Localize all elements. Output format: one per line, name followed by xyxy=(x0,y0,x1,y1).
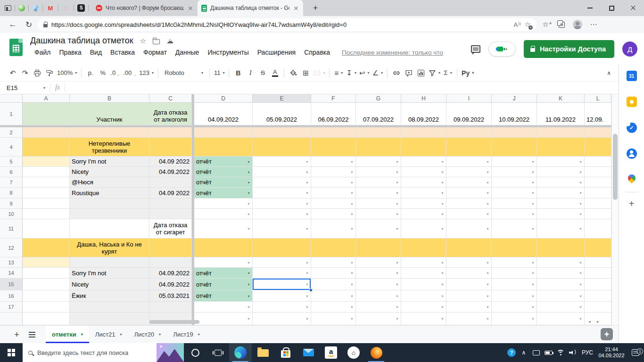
cell-J18[interactable]: ▼ xyxy=(492,313,537,325)
cell-dropdown-icon[interactable]: ▼ xyxy=(486,259,489,266)
cell-I6[interactable]: ▼ xyxy=(446,167,492,177)
cell-C1[interactable]: Дата отказаот алкоголя xyxy=(149,103,192,125)
cell-D6[interactable]: отчёт▼ xyxy=(194,167,253,177)
cell-dropdown-icon[interactable]: ▼ xyxy=(396,292,399,299)
close-window-button[interactable] xyxy=(622,0,644,16)
cell-A17[interactable] xyxy=(23,302,70,313)
cell-dropdown-icon[interactable]: ▼ xyxy=(305,210,309,217)
cell-dropdown-icon[interactable]: ▼ xyxy=(350,158,354,165)
cell-G8[interactable]: ▼ xyxy=(356,188,401,198)
cell-K8[interactable]: ▼ xyxy=(537,188,585,198)
cell-L1[interactable]: 12.09. xyxy=(585,103,611,125)
cell-I1[interactable]: 09.09.2022 xyxy=(446,103,492,125)
cell-L12[interactable] xyxy=(585,239,611,257)
toolbar-strikethrough-button[interactable]: S xyxy=(256,67,269,79)
row-header-partial[interactable] xyxy=(0,313,23,325)
cell-G6[interactable]: ▼ xyxy=(356,167,401,177)
cell-dropdown-icon[interactable]: ▼ xyxy=(441,179,444,186)
cell-F17[interactable]: ▼ xyxy=(311,302,356,313)
cell-F18[interactable]: ▼ xyxy=(311,313,356,325)
cell-D18[interactable]: ▼ xyxy=(194,313,253,325)
taskbar-app-orange[interactable] xyxy=(365,343,388,362)
cell-E18[interactable]: ▼ xyxy=(253,313,311,325)
cell-C16[interactable]: 05.03.2021 xyxy=(149,290,192,302)
comment-history-icon[interactable] xyxy=(471,45,480,53)
read-aloud-icon[interactable]: A)) xyxy=(514,21,521,28)
toolbar-font-size-button[interactable]: 11▾ xyxy=(213,67,226,79)
cell-dropdown-icon[interactable]: ▼ xyxy=(247,200,250,207)
browser-menu-icon[interactable]: ⋯ xyxy=(586,20,601,29)
collapse-toolbar-icon[interactable]: ∧ xyxy=(607,70,611,76)
meet-button[interactable]: ▾ xyxy=(488,41,516,57)
calendar-icon[interactable] xyxy=(627,71,637,81)
cell-A7[interactable] xyxy=(23,177,70,188)
cell-C6[interactable]: 04.09.2022 xyxy=(149,167,192,177)
cell-G14[interactable]: ▼ xyxy=(356,268,401,279)
cell-dropdown-icon[interactable]: ▼ xyxy=(579,210,582,217)
cell-dropdown-icon[interactable]: ▼ xyxy=(396,225,399,232)
column-header-F[interactable]: F xyxy=(311,94,356,103)
cell-H12[interactable] xyxy=(401,239,446,257)
search-highlights-art[interactable] xyxy=(157,343,184,362)
menu-item-3[interactable]: Вставка xyxy=(106,47,139,58)
cell-dropdown-icon[interactable]: ▼ xyxy=(486,270,489,277)
collections-icon[interactable] xyxy=(554,22,569,28)
cell-C5[interactable]: 04.09 2022 xyxy=(149,156,192,167)
cell-A18[interactable] xyxy=(23,313,70,325)
cell-L4[interactable] xyxy=(585,138,611,156)
sheet-tab-menu-icon[interactable]: ▾ xyxy=(159,332,161,337)
cell-K9[interactable]: ▼ xyxy=(537,198,585,209)
cell-dropdown-icon[interactable]: ▼ xyxy=(350,225,354,232)
cell-dropdown-icon[interactable]: ▼ xyxy=(579,179,582,186)
toolbar-fill-color-icon[interactable] xyxy=(287,67,299,79)
toolbar-borders-icon[interactable]: ⊞ xyxy=(299,67,312,79)
cell-L17[interactable] xyxy=(585,302,611,313)
cell-dropdown-icon[interactable]: ▼ xyxy=(579,189,582,197)
cell-J8[interactable]: ▼ xyxy=(492,188,537,198)
cell-E12[interactable] xyxy=(253,239,311,257)
cell-D12[interactable] xyxy=(194,239,253,257)
cell-H10[interactable]: ▼ xyxy=(401,209,446,219)
cell-G17[interactable]: ▼ xyxy=(356,302,401,313)
cell-C2[interactable] xyxy=(149,127,192,138)
cell-dropdown-icon[interactable]: ▼ xyxy=(486,179,489,186)
cell-dropdown-icon[interactable]: ▼ xyxy=(531,281,535,288)
row-header-15[interactable]: 15 xyxy=(0,279,23,290)
cell-A5[interactable] xyxy=(23,156,70,167)
cell-dropdown-icon[interactable]: ▼ xyxy=(247,189,250,197)
add-sheet-button[interactable]: + xyxy=(14,329,19,340)
cell-J14[interactable]: ▼ xyxy=(492,268,537,279)
cell-D17[interactable]: ▼ xyxy=(194,302,253,313)
tray-wifi-icon[interactable] xyxy=(554,350,567,355)
cell-L8[interactable] xyxy=(585,188,611,198)
cell-dropdown-icon[interactable]: ▼ xyxy=(486,158,489,165)
cell-F14[interactable]: ▼ xyxy=(311,268,356,279)
cell-I16[interactable]: ▼ xyxy=(446,290,492,302)
cell-A8[interactable] xyxy=(23,188,70,198)
cell-dropdown-icon[interactable]: ▼ xyxy=(441,315,444,322)
cell-dropdown-icon[interactable]: ▼ xyxy=(350,210,354,217)
cell-B7[interactable]: @Нюся xyxy=(70,177,149,188)
start-button[interactable] xyxy=(0,343,23,362)
cortana-button[interactable] xyxy=(184,343,206,362)
cell-A1[interactable] xyxy=(23,103,70,125)
cell-dropdown-icon[interactable]: ▼ xyxy=(396,189,399,197)
fill-handle[interactable] xyxy=(309,288,313,292)
cell-dropdown-icon[interactable]: ▼ xyxy=(486,200,489,207)
cell-B15[interactable]: Nicety xyxy=(70,279,149,290)
cell-F16[interactable]: ▼ xyxy=(311,290,356,302)
cell-H13[interactable]: ▼ xyxy=(401,257,446,268)
cell-B16[interactable]: Ёжик xyxy=(70,290,149,302)
row-header-6[interactable]: 6 xyxy=(0,167,23,177)
toolbar-redo-icon[interactable]: ↷ xyxy=(19,67,31,79)
cell-L11[interactable] xyxy=(585,219,611,239)
horizontal-scrollbar-thumb[interactable] xyxy=(149,320,199,324)
toolbar-text-rotate-icon[interactable]: ∠▾ xyxy=(371,67,384,79)
column-header-H[interactable]: H xyxy=(401,94,446,103)
tray-help-icon[interactable] xyxy=(505,348,518,357)
cell-J6[interactable]: ▼ xyxy=(492,167,537,177)
cell-B2[interactable] xyxy=(70,127,149,138)
cell-D10[interactable]: ▼ xyxy=(194,209,253,219)
url-text[interactable]: https://docs.google.com/spreadsheets/d/1… xyxy=(51,21,510,28)
share-button[interactable]: Настройки Доступа xyxy=(524,40,614,58)
